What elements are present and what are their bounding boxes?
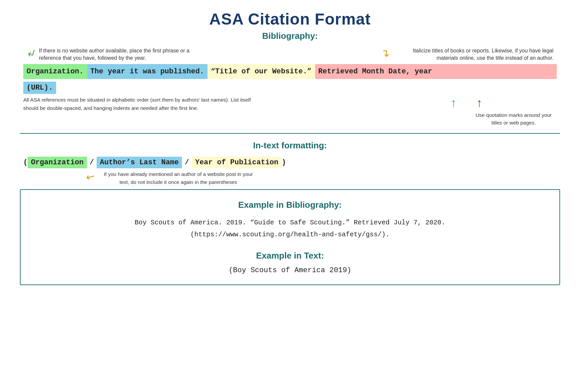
cite-year: The year it was published. xyxy=(87,64,207,79)
example-text-title: Example in Text: xyxy=(41,251,539,261)
callout-left-text: If there is no website author available,… xyxy=(39,47,199,62)
cite-title: “Title of our Website.” xyxy=(207,64,315,79)
callout-right-text: Italicize titles of books or reports. Li… xyxy=(393,47,553,62)
cite-retrieved: Retrieved Month Date, year xyxy=(315,64,557,79)
below-right-text: Use quotation marks around your titles o… xyxy=(470,111,557,127)
below-right-area: ↑ ↑ Use quotation marks around your titl… xyxy=(451,96,557,127)
citation-bar: Organization. The year it was published.… xyxy=(23,64,557,79)
arrow-yellow-down-icon: ↙ xyxy=(84,169,98,184)
arrows-row: ↑ ↑ xyxy=(451,96,482,110)
below-citation: All ASA references must be situated in a… xyxy=(23,96,557,127)
sep1: / xyxy=(87,157,97,168)
arrow-red-icon: ↑ xyxy=(476,96,482,110)
cite-url: (URL). xyxy=(23,82,56,94)
intext-bar: ( Organization / Author’s Last Name / Ye… xyxy=(23,157,557,168)
citation-line2: (URL). xyxy=(23,80,557,94)
sep2: / xyxy=(182,157,192,168)
intext-section-title: In-text formatting: xyxy=(20,140,560,151)
section-divider xyxy=(20,133,560,134)
example-bib-title: Example in Bibliography: xyxy=(41,200,539,210)
callout-left: ↳ If there is no website author availabl… xyxy=(27,47,199,62)
close-paren: ) xyxy=(282,158,286,167)
page-title: ASA Citation Format xyxy=(20,10,560,28)
example-intext: (Boy Scouts of America 2019) xyxy=(41,266,539,274)
example-box: Example in Bibliography: Boy Scouts of A… xyxy=(20,189,560,285)
arrow-cyan-icon: ↑ xyxy=(451,96,456,110)
cite-org: Organization. xyxy=(23,64,87,79)
below-left-text: All ASA references must be situated in a… xyxy=(23,96,256,127)
arrow-yellow-icon: ↴ xyxy=(381,46,390,61)
example-bib-line2: (https://www.scouting.org/health-and-saf… xyxy=(41,229,539,241)
callout-right: ↴ Italicize titles of books or reports. … xyxy=(381,47,553,62)
intext-author: Author’s Last Name xyxy=(97,157,182,168)
callout-row: ↳ If there is no website author availabl… xyxy=(20,47,560,62)
intext-note-row: ↙ If you have already mentioned an autho… xyxy=(86,170,560,186)
arrow-green-icon: ↳ xyxy=(24,45,38,62)
bib-section-title: Bibliography: xyxy=(20,31,560,41)
intext-pub: Year of Publication xyxy=(192,157,282,168)
intext-org: Organization xyxy=(28,157,87,168)
example-bib-line1: Boy Scouts of America. 2019. “Guide to S… xyxy=(41,217,539,229)
example-bib: Boy Scouts of America. 2019. “Guide to S… xyxy=(41,217,539,241)
open-paren: ( xyxy=(23,158,28,167)
intext-note: If you have already mentioned an author … xyxy=(99,170,258,186)
